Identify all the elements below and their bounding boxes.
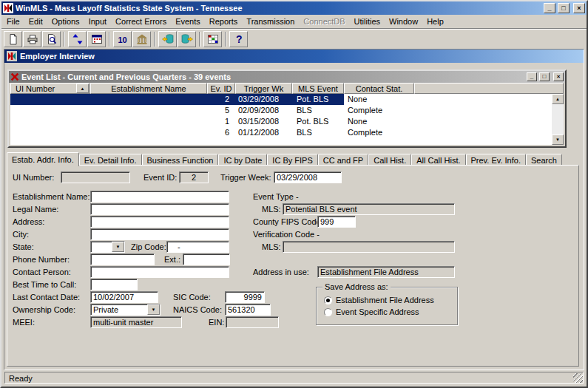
menu-item-transmission[interactable]: Transmission [242, 16, 299, 27]
event-list-close-button[interactable]: × [553, 72, 564, 81]
last-contact-date-label: Last Contact Date: [13, 293, 80, 302]
menu-item-correct-errors[interactable]: Correct Errors [111, 16, 171, 27]
cell-trigger-wk: 03/15/2008 [235, 116, 292, 127]
menu-item-events[interactable]: Events [171, 16, 205, 27]
event-list-minimize-button[interactable]: _ [527, 72, 537, 81]
contact-person-field[interactable] [90, 266, 229, 278]
event-list-maximize-button[interactable]: □ [539, 72, 550, 81]
event-row[interactable]: 2 03/29/2008 Pot. BLS None [10, 94, 564, 105]
sic-code-label: SIC Code: [173, 293, 211, 302]
county-fips-label: County FIPS Code: [253, 217, 323, 226]
chevron-down-icon[interactable]: ▼ [147, 304, 160, 315]
toolbar-button-db-export[interactable] [158, 31, 177, 47]
svg-text:10: 10 [118, 35, 126, 44]
menu-item-connectdb: ConnectDB [299, 16, 349, 27]
sic-code-field[interactable] [225, 291, 265, 303]
naics-code-field[interactable] [225, 304, 271, 316]
chevron-down-icon[interactable]: ▼ [112, 242, 124, 252]
scroll-down-icon[interactable]: ▼ [552, 135, 564, 145]
menu-item-options[interactable]: Options [47, 16, 84, 27]
menu-item-window[interactable]: Window [385, 16, 422, 27]
menu-item-input[interactable]: Input [84, 16, 111, 27]
column-header-ev-id[interactable]: Ev. ID [207, 83, 235, 94]
toolbar-button-print[interactable] [23, 31, 41, 47]
address-field[interactable] [90, 216, 229, 228]
toolbar-button-ten[interactable]: 10 [113, 31, 132, 47]
employer-interview-titlebar: Employer Interview [4, 50, 584, 63]
event-type-mls-label: MLS: [262, 205, 281, 214]
tab-call-hist[interactable]: Call Hist. [368, 154, 411, 166]
ownership-code-dropdown[interactable]: Private ▼ [90, 304, 160, 316]
column-header-contact-stat[interactable]: Contact Stat. [344, 83, 414, 94]
column-header-mls-event[interactable]: MLS Event [292, 83, 344, 94]
zip-code-field[interactable] [166, 241, 229, 253]
toolbar-button-new[interactable] [4, 31, 22, 47]
title-bar[interactable]: WinMLS - Mass Layoff Statistics State Sy… [1, 1, 587, 15]
radio-event-specific-address[interactable] [324, 308, 332, 316]
column-header-establishment-name[interactable]: Establishment Name [90, 83, 207, 94]
sort-events-icon [72, 33, 84, 45]
toolbar-button-sort-events[interactable] [68, 31, 87, 47]
cell-ui-number [10, 116, 90, 127]
employer-interview-icon [7, 51, 17, 61]
last-contact-date-field[interactable] [90, 291, 158, 303]
toolbar-button-help[interactable]: ? [229, 31, 248, 47]
column-header-filler [414, 83, 564, 94]
tab-business-function[interactable]: Business Function [142, 154, 219, 166]
save-address-option-establishment[interactable]: Establishment File Address [324, 296, 434, 304]
employer-interview-window: Employer Interview Event List - Current … [4, 49, 584, 370]
radio-label[interactable]: Event Specific Address [336, 307, 419, 316]
zip-code-label: Zip Code: [131, 242, 166, 251]
menu-item-file[interactable]: File [2, 16, 24, 27]
event-row[interactable]: 6 01/12/2008 BLS Complete [10, 127, 564, 138]
scroll-up-icon[interactable]: ▲ [552, 94, 564, 104]
menu-item-reports[interactable]: Reports [205, 16, 243, 27]
tab-ic-by-date[interactable]: IC by Date [218, 154, 267, 166]
event-row[interactable]: 5 02/09/2008 BLS Complete [10, 105, 564, 116]
tab-ev-detail-info[interactable]: Ev. Detail Info. [79, 154, 142, 166]
county-fips-field[interactable] [317, 216, 356, 228]
legal-name-field[interactable] [90, 203, 229, 215]
menu-item-help[interactable]: Help [422, 16, 448, 27]
toolbar-button-db-import[interactable] [178, 31, 196, 47]
phone-number-field[interactable] [90, 253, 155, 265]
column-header-trigger-wk[interactable]: Trigger Wk [235, 83, 292, 94]
toolbar-button-calendar[interactable] [87, 31, 106, 47]
maximize-button[interactable]: □ [558, 3, 570, 13]
close-button[interactable]: × [573, 3, 585, 13]
toolbar-button-bank[interactable] [132, 31, 151, 47]
city-field[interactable] [90, 228, 229, 240]
menu-item-edit[interactable]: Edit [24, 16, 47, 27]
trigger-week-field[interactable] [274, 171, 342, 183]
event-row[interactable]: 1 03/15/2008 Pot. BLS None [10, 116, 564, 127]
tab-search[interactable]: Search [526, 154, 562, 166]
sort-ascending-icon[interactable]: ▲ [76, 84, 89, 93]
column-header-ui-number[interactable]: UI Number ▲ [10, 83, 90, 94]
ext-field[interactable] [183, 253, 230, 265]
toolbar-button-spreadsheet[interactable] [203, 31, 222, 47]
trigger-week-label: Trigger Week: [220, 173, 271, 182]
toolbar-button-preview[interactable] [42, 31, 61, 47]
save-address-group: Save Address as: Establishment File Addr… [316, 287, 458, 325]
address-in-use-field: Establishment File Address [317, 266, 455, 278]
radio-label[interactable]: Establishment File Address [336, 296, 434, 304]
svg-text:?: ? [236, 33, 243, 45]
resize-grip[interactable] [573, 373, 583, 383]
tab-all-call-hist[interactable]: All Call Hist. [411, 154, 465, 166]
best-time-to-call-field[interactable] [90, 279, 138, 290]
tab-estab-addr-info[interactable]: Estab. Addr. Info. [7, 152, 79, 166]
minimize-button[interactable]: _ [544, 3, 555, 13]
save-address-option-event-specific[interactable]: Event Specific Address [324, 307, 419, 316]
establishment-name-field[interactable] [90, 191, 229, 202]
vertical-scrollbar[interactable]: ▲ ▼ [552, 94, 564, 145]
address-in-use-label: Address in use: [253, 268, 309, 276]
print-icon [27, 33, 38, 45]
radio-establishment-file-address[interactable] [324, 296, 332, 304]
tab-prev-ev-info[interactable]: Prev. Ev. Info. [466, 154, 526, 166]
event-list-titlebar[interactable]: Event List - Current and Previous Quarte… [9, 71, 565, 83]
tab-cc-and-fp[interactable]: CC and FP [318, 154, 368, 166]
state-dropdown[interactable]: ▼ [90, 241, 125, 253]
tab-ic-by-fips[interactable]: IC By FIPS [267, 154, 317, 166]
cell-mls-event: Pot. BLS [292, 94, 344, 105]
menu-item-utilities[interactable]: Utilities [350, 16, 385, 27]
